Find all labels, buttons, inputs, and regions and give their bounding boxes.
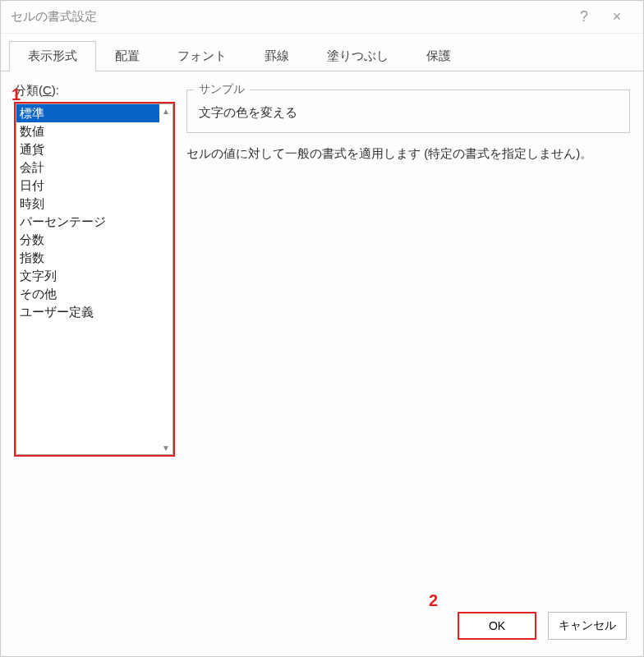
- tab-alignment[interactable]: 配置: [96, 41, 159, 71]
- category-list-highlight: 標準 数値 通貨 会計 日付 時刻 パーセンテージ 分数 指数 文字列 その他 …: [14, 102, 175, 457]
- category-item-scientific[interactable]: 指数: [16, 249, 159, 267]
- help-button[interactable]: ?: [568, 8, 600, 25]
- sample-legend: サンプル: [194, 82, 250, 97]
- tab-font[interactable]: フォント: [159, 41, 246, 71]
- format-cells-dialog: セルの書式設定 ? × 表示形式 配置 フォント 罫線 塗りつぶし 保護 分類(…: [0, 0, 644, 657]
- category-item-percentage[interactable]: パーセンテージ: [16, 213, 159, 231]
- category-item-time[interactable]: 時刻: [16, 195, 159, 213]
- tab-strip: 表示形式 配置 フォント 罫線 塗りつぶし 保護: [1, 34, 643, 71]
- details-column: サンプル 文字の色を変える セルの値に対して一般の書式を適用します (特定の書式…: [186, 83, 630, 587]
- category-column: 分類(C): 標準 数値 通貨 会計 日付 時刻 パーセンテージ 分数 指数 文…: [14, 83, 175, 587]
- category-label-accel: C: [43, 83, 52, 97]
- category-item-accounting[interactable]: 会計: [16, 159, 159, 177]
- category-item-number[interactable]: 数値: [16, 122, 159, 140]
- category-label: 分類(C):: [14, 83, 175, 99]
- format-description: セルの値に対して一般の書式を適用します (特定の書式を指定しません)。: [186, 146, 630, 162]
- tab-protection[interactable]: 保護: [407, 41, 470, 71]
- category-label-prefix: 分類(: [14, 83, 43, 97]
- footer: OK キャンセル: [1, 599, 643, 656]
- category-items: 標準 数値 通貨 会計 日付 時刻 パーセンテージ 分数 指数 文字列 その他 …: [16, 104, 159, 454]
- category-item-text[interactable]: 文字列: [16, 267, 159, 285]
- category-item-custom[interactable]: ユーザー定義: [16, 303, 159, 321]
- tab-border[interactable]: 罫線: [246, 41, 308, 71]
- category-item-fraction[interactable]: 分数: [16, 231, 159, 249]
- category-listbox[interactable]: 標準 数値 通貨 会計 日付 時刻 パーセンテージ 分数 指数 文字列 その他 …: [16, 103, 173, 455]
- category-item-standard[interactable]: 標準: [16, 104, 159, 122]
- category-scrollbar[interactable]: ▲ ▼: [159, 104, 172, 454]
- close-button[interactable]: ×: [600, 8, 633, 25]
- scroll-down-icon[interactable]: ▼: [159, 441, 172, 454]
- category-label-suffix: ):: [52, 83, 59, 97]
- sample-value: 文字の色を変える: [199, 105, 618, 121]
- ok-button[interactable]: OK: [458, 612, 536, 640]
- sample-fieldset: サンプル 文字の色を変える: [186, 90, 630, 133]
- content-area: 分類(C): 標準 数値 通貨 会計 日付 時刻 パーセンテージ 分数 指数 文…: [1, 71, 643, 599]
- tab-number-format[interactable]: 表示形式: [9, 41, 96, 71]
- category-item-date[interactable]: 日付: [16, 177, 159, 195]
- tab-fill[interactable]: 塗りつぶし: [308, 41, 407, 71]
- scroll-up-icon[interactable]: ▲: [159, 104, 172, 117]
- titlebar: セルの書式設定 ? ×: [1, 1, 643, 34]
- category-item-special[interactable]: その他: [16, 285, 159, 303]
- cancel-button[interactable]: キャンセル: [548, 612, 627, 640]
- category-item-currency[interactable]: 通貨: [16, 140, 159, 159]
- dialog-title: セルの書式設定: [11, 9, 568, 25]
